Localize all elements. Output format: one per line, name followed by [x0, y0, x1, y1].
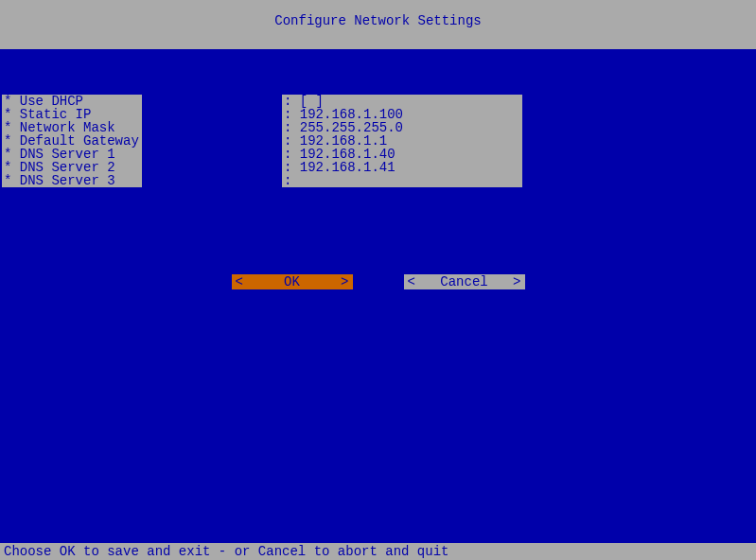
ok-button-label: OK [243, 274, 341, 289]
field-value-dns1[interactable]: : 192.168.1.40 [282, 148, 522, 161]
field-label-default-gateway[interactable]: * Default Gateway [2, 134, 142, 148]
cancel-button[interactable]: < Cancel > [404, 274, 525, 289]
labels-column: * Use DHCP * Static IP * Network Mask * … [2, 95, 142, 187]
field-value-default-gateway[interactable]: : 192.168.1.1 [282, 134, 522, 148]
cancel-button-right-bracket: > [513, 274, 520, 289]
content-area: * Use DHCP * Static IP * Network Mask * … [0, 49, 756, 187]
values-column: : [ ] : 192.168.1.100 : 255.255.255.0 : … [282, 95, 522, 187]
page-title: Configure Network Settings [274, 13, 481, 28]
field-label-dns1[interactable]: * DNS Server 1 [2, 148, 142, 161]
field-label-dns3[interactable]: * DNS Server 3 [2, 174, 142, 187]
ok-button-left-bracket: < [236, 274, 243, 289]
ok-button-right-bracket: > [341, 274, 348, 289]
field-label-dhcp[interactable]: * Use DHCP [2, 95, 142, 108]
footer-hint: Choose OK to save and exit - or Cancel t… [0, 543, 756, 560]
field-value-dns2[interactable]: : 192.168.1.41 [282, 161, 522, 174]
field-label-static-ip[interactable]: * Static IP [2, 108, 142, 121]
field-label-network-mask[interactable]: * Network Mask [2, 121, 142, 134]
ok-button[interactable]: < OK > [232, 274, 353, 289]
cancel-button-label: Cancel [415, 274, 513, 289]
field-value-static-ip[interactable]: : 192.168.1.100 [282, 108, 522, 121]
cancel-button-left-bracket: < [408, 274, 415, 289]
field-value-dns3[interactable]: : [282, 174, 522, 187]
field-value-network-mask[interactable]: : 255.255.255.0 [282, 121, 522, 134]
field-label-dns2[interactable]: * DNS Server 2 [2, 161, 142, 174]
field-value-dhcp[interactable]: : [ ] [282, 95, 522, 108]
buttons-row: < OK > < Cancel > [0, 274, 756, 289]
title-bar: Configure Network Settings [0, 0, 756, 49]
form-container: * Use DHCP * Static IP * Network Mask * … [0, 95, 756, 187]
